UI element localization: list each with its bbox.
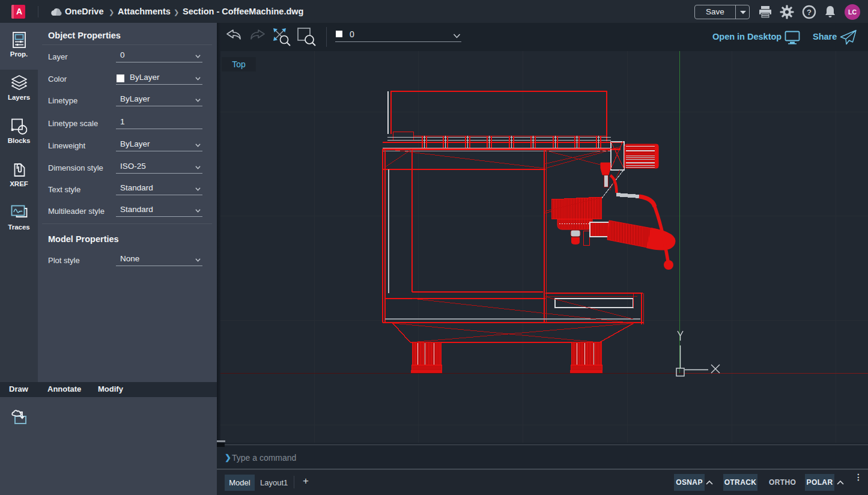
svg-text:?: ? bbox=[807, 8, 812, 17]
